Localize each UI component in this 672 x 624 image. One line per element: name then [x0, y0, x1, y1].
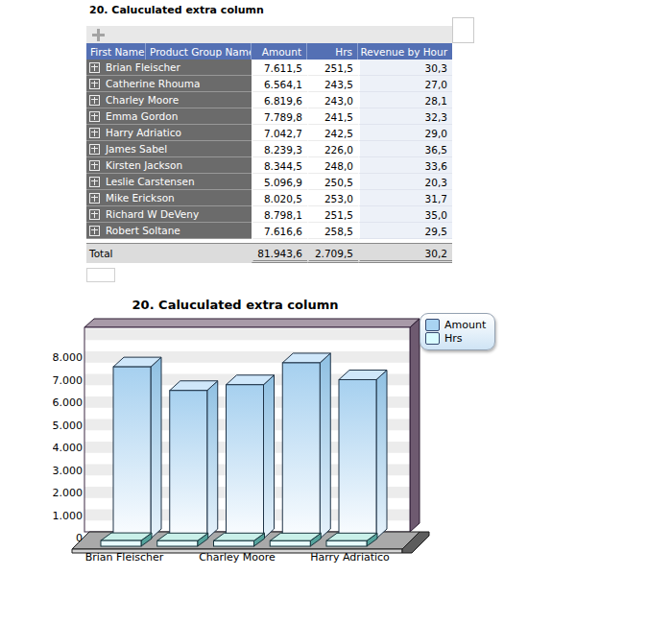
- amount-bar-side: [264, 375, 275, 539]
- expand-icon[interactable]: [89, 62, 100, 73]
- amount-bar: [170, 391, 207, 539]
- amount-cell: 8.798,1: [252, 206, 307, 223]
- row-name: Kirsten Jackson: [106, 159, 182, 171]
- chart-wall-top-bevel: [84, 319, 420, 327]
- row-name: Leslie Carstensen: [106, 176, 195, 187]
- hrs-cell: 243,5: [307, 76, 358, 92]
- hrs-bar: [270, 540, 310, 546]
- revenue-by-hour-cell: 35,0: [358, 206, 452, 223]
- hrs-bar: [101, 540, 141, 546]
- hrs-cell: 226,0: [307, 141, 358, 157]
- y-tick-label: 3.000: [53, 465, 83, 477]
- revenue-by-hour-cell: 32,3: [358, 108, 452, 125]
- table-row: Leslie Carstensen5.096,9250,520,3: [86, 174, 452, 190]
- amount-bar-side: [207, 381, 218, 539]
- row-name-cell[interactable]: Catherine Rhouma: [86, 76, 252, 92]
- revenue-by-hour-cell: 20,3: [358, 174, 452, 190]
- revenue-by-hour-cell: 31,7: [358, 190, 452, 206]
- expand-icon[interactable]: [89, 111, 100, 122]
- y-tick-label: 5.000: [53, 420, 83, 432]
- amount-bar: [339, 379, 376, 539]
- grid-title: 20. Caluculated extra column: [89, 4, 264, 16]
- row-name-cell[interactable]: Charley Moore: [86, 92, 252, 108]
- hrs-swatch-icon: [425, 332, 440, 345]
- legend-item-hrs[interactable]: Hrs: [425, 332, 486, 345]
- corner-box: [452, 17, 474, 43]
- row-name-cell[interactable]: Harry Adriatico: [86, 125, 252, 141]
- column-header-product-group-name[interactable]: Product Group Name: [146, 43, 252, 60]
- column-header-hrs[interactable]: Hrs: [307, 43, 358, 60]
- expand-icon[interactable]: [89, 209, 100, 220]
- expand-icon[interactable]: [89, 95, 100, 106]
- row-name-cell[interactable]: James Sabel: [86, 141, 252, 157]
- table-row: James Sabel8.239,3226,036,5: [86, 141, 452, 157]
- column-header-revenue-by-hour[interactable]: Revenue by Hour: [358, 43, 452, 60]
- hrs-cell: 250,5: [307, 174, 358, 190]
- total-amount: 81.943,6: [252, 244, 307, 263]
- total-row: Total 81.943,6 2.709,5 30,2: [86, 243, 452, 263]
- expand-icon[interactable]: [89, 79, 100, 89]
- row-name-cell[interactable]: Mike Erickson: [86, 190, 252, 206]
- expand-icon[interactable]: [89, 177, 100, 187]
- hrs-cell: 241,5: [307, 108, 358, 125]
- row-name: Harry Adriatico: [106, 127, 181, 138]
- expand-icon[interactable]: [89, 144, 100, 155]
- hrs-cell: 258,5: [307, 223, 358, 239]
- amount-bar-side: [320, 353, 330, 539]
- row-name: Brian Fleischer: [106, 61, 180, 73]
- table-row: Harry Adriatico7.042,7242,529,0: [86, 125, 452, 141]
- row-name: Emma Gordon: [106, 110, 178, 122]
- table-row: Emma Gordon7.789,8241,532,3: [86, 108, 452, 125]
- amount-cell: 8.020,5: [252, 190, 307, 206]
- table-row: Brian Fleischer7.611,5251,530,3: [86, 60, 452, 76]
- hrs-bar: [214, 540, 254, 546]
- revenue-by-hour-cell: 28,1: [358, 92, 452, 108]
- row-name-cell[interactable]: Richard W DeVeny: [86, 206, 252, 223]
- y-tick-label: 1.000: [53, 510, 83, 522]
- table-row: Mike Erickson8.020,5253,031,7: [86, 190, 452, 206]
- amount-cell: 8.239,3: [252, 141, 307, 157]
- amount-bar-side: [151, 357, 161, 539]
- expand-icon[interactable]: [89, 160, 100, 171]
- table-row: Robert Soltane7.616,6258,529,5: [86, 223, 452, 239]
- legend-item-amount[interactable]: Amount: [425, 319, 486, 331]
- y-tick-label: 0: [76, 532, 83, 544]
- amount-cell: 7.042,7: [252, 125, 307, 141]
- add-icon[interactable]: [92, 29, 105, 41]
- row-name: Richard W DeVeny: [106, 208, 199, 220]
- y-tick-label: 8.000: [53, 351, 83, 364]
- total-revenue-by-hour: 30,2: [358, 244, 452, 263]
- y-tick-label: 7.000: [53, 374, 83, 387]
- table-row: Charley Moore6.819,6243,028,1: [86, 92, 452, 108]
- revenue-by-hour-cell: 27,0: [358, 76, 452, 92]
- row-name: Mike Erickson: [106, 192, 175, 204]
- revenue-by-hour-cell: 29,0: [358, 125, 452, 141]
- hrs-bar: [157, 540, 198, 546]
- column-header-amount[interactable]: Amount: [252, 43, 307, 60]
- revenue-by-hour-cell: 36,5: [358, 141, 452, 157]
- row-name: Robert Soltane: [106, 225, 180, 236]
- interlace-band: [84, 329, 410, 341]
- amount-bar: [113, 367, 151, 539]
- legend-label: Amount: [444, 319, 486, 331]
- row-name-cell[interactable]: Emma Gordon: [86, 108, 252, 125]
- table-row: Richard W DeVeny8.798,1251,535,0: [86, 206, 452, 223]
- column-header-first-name[interactable]: First Name: [86, 43, 146, 60]
- row-name-cell[interactable]: Leslie Carstensen: [86, 174, 252, 190]
- amount-bar-side: [376, 370, 387, 539]
- amount-cell: 6.564,1: [252, 76, 307, 92]
- header-row: First NameProduct Group NameAmountHrsRev…: [86, 43, 452, 60]
- total-hrs: 2.709,5: [307, 244, 358, 263]
- row-name: Charley Moore: [106, 94, 179, 106]
- expand-icon[interactable]: [89, 193, 100, 204]
- expand-icon[interactable]: [89, 128, 100, 138]
- pivot-grid: First NameProduct Group NameAmountHrsRev…: [86, 43, 452, 282]
- revenue-by-hour-cell: 30,3: [358, 60, 452, 76]
- row-name-cell[interactable]: Brian Fleischer: [86, 60, 252, 76]
- row-name-cell[interactable]: Robert Soltane: [86, 223, 252, 239]
- row-name-cell[interactable]: Kirsten Jackson: [86, 157, 252, 174]
- expand-icon[interactable]: [89, 226, 100, 236]
- x-tick-label: Brian Fleischer: [85, 551, 164, 564]
- hrs-cell: 242,5: [307, 125, 358, 141]
- amount-swatch-icon: [425, 319, 440, 331]
